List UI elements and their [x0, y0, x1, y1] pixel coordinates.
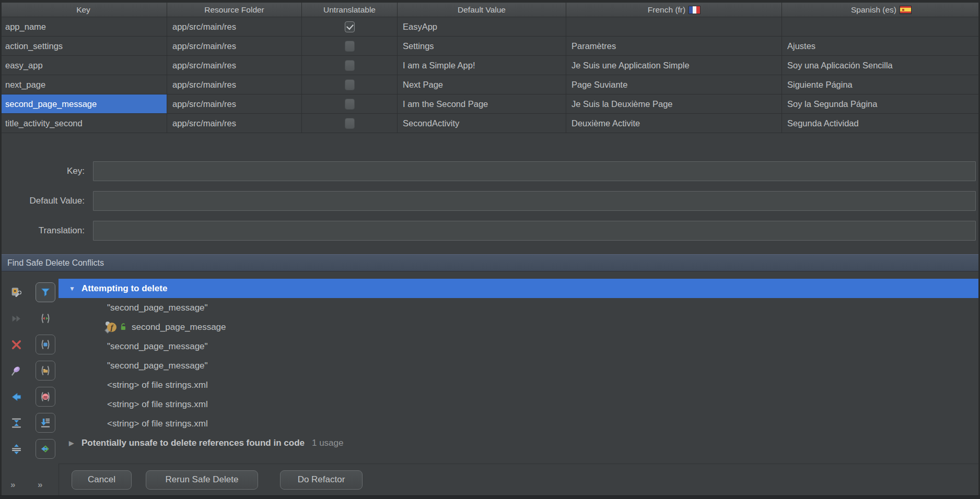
close-icon[interactable] — [9, 338, 23, 351]
column-header-french[interactable]: French (fr) — [566, 3, 782, 17]
column-header-label: Untranslatable — [323, 5, 376, 15]
find-results-area: Attempting to delete"second_page_message… — [59, 272, 980, 495]
expand-arrow-icon[interactable] — [69, 439, 77, 447]
cell-key[interactable]: second_page_message — [0, 94, 167, 113]
table-row: next_pageapp/src/main/resNext PagePage S… — [0, 75, 980, 94]
tree-item[interactable]: "second_page_message" — [59, 337, 980, 356]
cell-spanish[interactable]: Siguiente Página — [782, 75, 980, 94]
tree-item[interactable]: <string> of file strings.xml — [59, 414, 980, 433]
cell-french[interactable] — [566, 17, 782, 36]
cell-untranslatable[interactable] — [302, 114, 398, 133]
cell-default-value[interactable]: I am a Simple App! — [398, 56, 566, 75]
untranslatable-checkbox[interactable] — [345, 41, 355, 52]
table-body: app_nameapp/src/main/resEasyAppaction_se… — [0, 17, 980, 133]
untranslatable-checkbox[interactable] — [345, 118, 355, 129]
tree-group-label: Potentially unsafe to delete references … — [81, 438, 305, 448]
tree-item[interactable]: Attempting to delete — [59, 279, 980, 298]
cell-default-value[interactable]: Settings — [398, 37, 566, 55]
cell-default-value[interactable]: Next Page — [398, 75, 566, 94]
key-input[interactable] — [93, 161, 976, 181]
overflow-chevron-right-icon[interactable]: » — [38, 480, 43, 490]
cell-spanish[interactable]: Soy la Segunda Página — [782, 94, 980, 113]
overflow-chevron-left-icon[interactable]: » — [10, 480, 16, 490]
tree-item-label: second_page_message — [132, 322, 226, 332]
rerun-safe-delete-button[interactable]: Rerun Safe Delete — [146, 470, 258, 490]
collapse-all-icon[interactable] — [9, 442, 23, 456]
default-value-input[interactable] — [93, 191, 976, 211]
find-panel-header[interactable]: Find Safe Delete Conflicts — [0, 254, 980, 271]
cell-default-value[interactable]: EasyApp — [398, 17, 566, 36]
cell-spanish[interactable] — [782, 17, 980, 36]
collapse-arrow-icon[interactable] — [69, 285, 77, 292]
cell-default-value[interactable]: SecondActivity — [398, 114, 566, 133]
group-by-method-icon: m — [39, 390, 52, 403]
group-by-directory-button[interactable] — [36, 361, 55, 381]
cell-french[interactable]: Je Suis une Application Simple — [566, 56, 782, 75]
tree-item[interactable]: "second_page_message" — [59, 298, 980, 317]
cell-default-value[interactable]: I am the Second Page — [398, 94, 566, 113]
column-header-key[interactable]: Key — [0, 3, 167, 17]
untranslatable-checkbox[interactable] — [345, 79, 355, 90]
cell-untranslatable[interactable] — [302, 17, 398, 36]
tree-item-label: "second_page_message" — [107, 341, 208, 352]
cell-untranslatable[interactable] — [302, 94, 398, 113]
translation-field-label: Translation: — [0, 221, 85, 241]
cell-untranslatable[interactable] — [302, 75, 398, 94]
cell-resource-folder[interactable]: app/src/main/res — [167, 17, 302, 36]
cell-untranslatable[interactable] — [302, 37, 398, 55]
column-header-default-value[interactable]: Default Value — [398, 3, 566, 17]
tree-item[interactable]: Potentially unsafe to delete references … — [59, 433, 980, 453]
untranslatable-checkbox[interactable] — [345, 99, 355, 110]
cell-french[interactable]: Deuxième Activite — [566, 114, 782, 133]
autoscroll-to-source-button[interactable] — [36, 413, 55, 433]
cell-key[interactable]: title_activity_second — [0, 114, 167, 133]
table-row: action_settingsapp/src/main/resSettingsP… — [0, 37, 980, 56]
group-by-usage-type-button[interactable] — [36, 308, 55, 328]
cell-resource-folder[interactable]: app/src/main/res — [167, 37, 302, 55]
column-header-resource-folder[interactable]: Resource Folder — [167, 3, 302, 17]
translation-input[interactable] — [93, 221, 976, 241]
cell-french[interactable]: Page Suviante — [566, 75, 782, 94]
cell-key[interactable]: app_name — [0, 17, 167, 36]
cell-resource-folder[interactable]: app/src/main/res — [167, 56, 302, 75]
navigate-with-arrow-button[interactable] — [36, 439, 55, 459]
rerun-icon[interactable] — [9, 312, 23, 325]
cell-key[interactable]: next_page — [0, 75, 167, 94]
cell-french[interactable]: Paramètres — [566, 37, 782, 55]
table-row: second_page_messageapp/src/main/resI am … — [0, 94, 980, 114]
cell-french[interactable]: Je Suis la Deuxième Page — [566, 94, 782, 113]
column-header-untranslatable[interactable]: Untranslatable — [302, 3, 398, 17]
tree-item-label: <string> of file strings.xml — [107, 399, 208, 410]
tree-item[interactable]: "second_page_message" — [59, 356, 980, 375]
cell-spanish[interactable]: Ajustes — [782, 37, 980, 55]
do-refactor-button[interactable]: Do Refactor — [280, 470, 363, 490]
spain-flag-icon — [900, 6, 911, 14]
column-header-label: Default Value — [458, 5, 506, 15]
tree-item-label: <string> of file strings.xml — [107, 419, 208, 429]
untranslatable-checkbox[interactable] — [345, 21, 355, 32]
tree-item[interactable]: <string> of file strings.xml — [59, 395, 980, 414]
expand-all-icon[interactable] — [9, 416, 23, 430]
column-header-spanish[interactable]: Spanish (es) — [782, 3, 980, 17]
settings-wrench-icon[interactable] — [9, 286, 23, 299]
cell-resource-folder[interactable]: app/src/main/res — [167, 75, 302, 94]
untranslatable-checkbox[interactable] — [345, 60, 355, 71]
back-arrow-icon[interactable] — [9, 390, 23, 403]
column-header-label: Resource Folder — [204, 5, 264, 15]
merge-usages-button[interactable] — [36, 335, 55, 354]
cancel-button[interactable]: Cancel — [72, 470, 132, 490]
cell-key[interactable]: action_settings — [0, 37, 167, 55]
cell-spanish[interactable]: Soy una Aplicación Sencilla — [782, 56, 980, 75]
table-row: app_nameapp/src/main/resEasyApp — [0, 17, 980, 37]
filter-button[interactable] — [36, 282, 55, 302]
svg-text:m: m — [43, 394, 48, 400]
tree-item[interactable]: fsecond_page_message — [59, 317, 980, 337]
cell-resource-folder[interactable]: app/src/main/res — [167, 94, 302, 113]
pin-icon[interactable] — [9, 364, 23, 377]
cell-spanish[interactable]: Segunda Actividad — [782, 114, 980, 133]
cell-untranslatable[interactable] — [302, 56, 398, 75]
tree-item[interactable]: <string> of file strings.xml — [59, 375, 980, 395]
group-by-method-button[interactable]: m — [36, 387, 55, 407]
cell-resource-folder[interactable]: app/src/main/res — [167, 114, 302, 133]
cell-key[interactable]: easy_app — [0, 56, 167, 75]
